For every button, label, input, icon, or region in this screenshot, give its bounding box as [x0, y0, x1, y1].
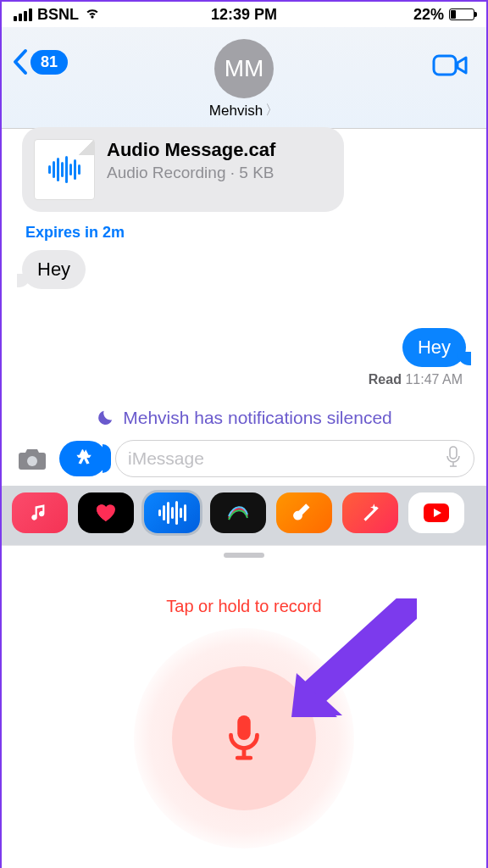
contact-name-button[interactable]: Mehvish 〉	[209, 102, 279, 120]
audio-attachment-bubble[interactable]: Audio Message.caf Audio Recording · 5 KB	[22, 127, 344, 212]
message-placeholder: iMessage	[128, 448, 204, 469]
composer-row: iMessage	[2, 428, 486, 486]
app-store-icon	[72, 448, 94, 470]
expiry-label: Expires in 2m	[25, 224, 473, 242]
imessage-app-strip[interactable]	[2, 486, 486, 545]
cellular-signal-icon	[14, 8, 32, 21]
app-drawing[interactable]	[210, 492, 266, 533]
chevron-left-icon	[10, 47, 30, 76]
camera-button[interactable]	[14, 441, 51, 476]
dnd-notice: Mehvish has notifications silenced	[15, 408, 473, 428]
incoming-message[interactable]: Hey	[22, 250, 86, 289]
camera-icon	[16, 445, 48, 472]
chevron-right-icon: 〉	[265, 102, 279, 120]
svg-point-1	[27, 456, 37, 466]
read-receipt: Read 11:47 AM	[15, 372, 473, 387]
drag-handle[interactable]	[224, 553, 264, 558]
clock: 12:39 PM	[211, 6, 277, 24]
contact-name: Mehvish	[209, 103, 263, 120]
attachment-title: Audio Message.caf	[107, 139, 275, 161]
music-note-icon	[29, 502, 51, 524]
contact-avatar[interactable]: MM	[214, 39, 274, 98]
record-hint: Tap or hold to record	[166, 597, 321, 616]
back-button[interactable]: 81	[10, 47, 68, 76]
guitar-icon	[293, 502, 315, 524]
svg-rect-2	[450, 447, 457, 459]
waveform-icon	[158, 501, 186, 525]
app-audio-message[interactable]	[144, 492, 200, 533]
record-button[interactable]	[172, 666, 316, 810]
app-garageband[interactable]	[276, 492, 332, 533]
waveform-icon	[48, 156, 80, 183]
app-youtube[interactable]	[408, 492, 464, 533]
message-input[interactable]: iMessage	[115, 440, 474, 477]
conversation-header: 81 MM Mehvish 〉	[2, 27, 486, 129]
heart-icon	[93, 503, 119, 523]
battery-icon	[449, 8, 474, 20]
youtube-icon	[424, 504, 449, 522]
brush-icon	[225, 503, 251, 523]
wifi-icon	[84, 4, 101, 25]
video-camera-icon	[432, 53, 469, 78]
microphone-icon	[219, 714, 269, 763]
moon-icon	[96, 409, 114, 427]
wand-icon	[359, 502, 381, 524]
svg-rect-0	[434, 56, 456, 75]
carrier-label: BSNL	[37, 6, 79, 24]
app-effects[interactable]	[342, 492, 398, 533]
unread-badge: 81	[30, 50, 68, 75]
app-apple-music[interactable]	[12, 492, 68, 533]
battery-percent: 22%	[413, 6, 444, 24]
app-digital-touch[interactable]	[78, 492, 134, 533]
svg-rect-4	[237, 715, 250, 740]
attachment-subtitle: Audio Recording · 5 KB	[107, 163, 275, 184]
status-bar: BSNL 12:39 PM 22%	[2, 2, 486, 27]
microphone-icon	[445, 446, 462, 468]
audio-record-panel: Tap or hold to record	[2, 545, 486, 868]
dictation-button[interactable]	[445, 446, 462, 472]
facetime-button[interactable]	[432, 53, 469, 81]
file-icon	[34, 139, 95, 200]
app-store-button[interactable]	[59, 441, 107, 476]
outgoing-message[interactable]: Hey	[402, 328, 466, 367]
record-halo	[134, 628, 354, 849]
conversation-scroll[interactable]: Audio Message.caf Audio Recording · 5 KB…	[2, 127, 486, 428]
